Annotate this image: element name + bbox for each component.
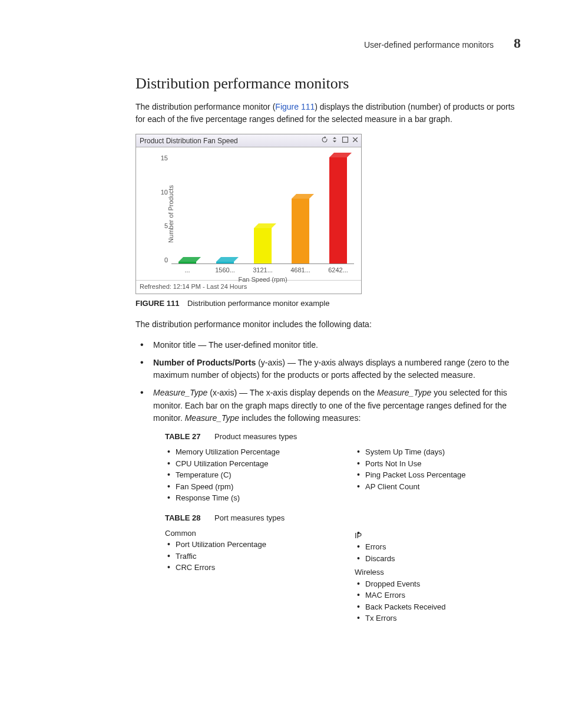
- measure-item: Temperature (C): [176, 469, 331, 481]
- y-tick: 0: [156, 256, 168, 263]
- widget-title: Product Distribution Fan Speed: [140, 137, 238, 145]
- table27-col2: System Up Time (days)Ports Not In UsePin…: [355, 446, 521, 506]
- bullet-text: includes the following measures:: [239, 413, 361, 423]
- measure-item: Tx Errors: [365, 612, 521, 624]
- measure-item: Back Packets Received: [365, 601, 521, 613]
- y-tick: 15: [156, 154, 168, 162]
- page-header: User-defined performance monitors 8: [41, 35, 521, 51]
- distribution-chart-widget: Product Distribution Fan Speed Number of…: [135, 134, 362, 294]
- data-items-list: Monitor title — The user-defined monitor…: [135, 339, 521, 627]
- page: User-defined performance monitors 8 Dist…: [0, 0, 562, 728]
- chart-bars: [171, 154, 354, 264]
- y-tick: 5: [156, 222, 168, 229]
- maximize-icon[interactable]: [342, 136, 349, 143]
- table27-col1: Memory Utilization PercentageCPU Utiliza…: [165, 446, 331, 506]
- widget-titlebar: Product Distribution Fan Speed: [136, 134, 361, 147]
- chart-bar: [285, 199, 316, 263]
- x-tick: 1560...: [209, 266, 241, 274]
- content: Distribution performance monitors The di…: [135, 75, 521, 627]
- close-icon[interactable]: [352, 136, 359, 143]
- table-name: Product measures types: [214, 432, 297, 441]
- measure-item: Port Utilization Percentage: [176, 539, 331, 551]
- measure-item: Discards: [365, 553, 521, 565]
- measure-item: Ports Not In Use: [365, 458, 521, 470]
- figure-caption-label: FIGURE 111: [135, 299, 179, 308]
- bullet-italic: Measure_Type: [153, 388, 207, 397]
- table28-content: Common Port Utilization PercentageTraffi…: [165, 528, 521, 627]
- bullet-text: (x-axis) — The x-axis display depends on…: [207, 388, 377, 397]
- intro-paragraph: The distribution performance monitor (Fi…: [135, 101, 521, 126]
- intro-before: The distribution performance monitor (: [135, 102, 275, 111]
- table27-title: TABLE 27 Product measures types: [165, 431, 521, 443]
- subhead-wireless: Wireless: [355, 566, 521, 578]
- x-tick: 3121...: [247, 266, 279, 274]
- measure-item: Errors: [365, 541, 521, 553]
- widget-icons: [320, 136, 359, 145]
- table28-col2: IP ErrorsDiscards Wireless Dropped Event…: [355, 528, 521, 627]
- table28-title: TABLE 28 Port measures types: [165, 512, 521, 524]
- table28-col1: Common Port Utilization PercentageTraffi…: [165, 528, 331, 627]
- measure-item: Traffic: [176, 551, 331, 562]
- x-tick: ...: [171, 266, 203, 274]
- bullet-italic: Measure_Type: [185, 413, 239, 423]
- measure-item: CRC Errors: [176, 562, 331, 574]
- page-title: Distribution performance monitors: [135, 75, 521, 93]
- measure-item: Dropped Events: [365, 578, 521, 590]
- measure-item: System Up Time (days): [365, 446, 521, 458]
- table27-content: Memory Utilization PercentageCPU Utiliza…: [165, 446, 521, 506]
- measure-item: CPU Utilization Percentage: [176, 458, 331, 470]
- measure-item: MAC Errors: [365, 589, 521, 601]
- figure-link[interactable]: Figure 111: [275, 102, 315, 111]
- bullet-bold: Number of Products/Ports: [153, 358, 256, 367]
- table-label: TABLE 28: [165, 513, 200, 522]
- y-tick: 10: [156, 189, 168, 196]
- measure-item: AP Client Count: [365, 481, 521, 493]
- list-item: Monitor title — The user-defined monitor…: [153, 339, 521, 352]
- header-section-title: User-defined performance monitors: [364, 40, 494, 50]
- chart-bar: [322, 157, 354, 263]
- measure-item: Response Time (s): [176, 492, 331, 504]
- svg-rect-0: [342, 137, 348, 143]
- figure-caption: FIGURE 111 Distribution performance moni…: [135, 299, 521, 308]
- bullet-text: Monitor title — The user-defined monitor…: [153, 340, 318, 350]
- list-item: Measure_Type (x-axis) — The x-axis displ…: [153, 387, 521, 627]
- subhead-common: Common: [165, 528, 331, 539]
- x-tick: 6242...: [322, 266, 354, 274]
- followup-paragraph: The distribution performance monitor inc…: [135, 318, 521, 331]
- list-item: Number of Products/Ports (y-axis) — The …: [153, 357, 521, 382]
- page-number: 8: [514, 35, 521, 51]
- bullet-italic: Measure_Type: [377, 388, 431, 397]
- chart-x-ticks: ...1560...3121...4681...6242...: [171, 264, 354, 274]
- chart-bar: [171, 262, 203, 263]
- subhead-ip: IP: [355, 530, 521, 542]
- chart-area: Number of Products 15 10 5 0 ...1560...3…: [136, 147, 361, 280]
- chart-x-axis-label: Fan Speed (rpm): [171, 274, 354, 283]
- chart-bar: [209, 262, 241, 263]
- measure-item: Fan Speed (rpm): [176, 481, 331, 493]
- table-name: Port measures types: [214, 513, 285, 522]
- measure-item: Ping Packet Loss Percentage: [365, 469, 521, 481]
- table-label: TABLE 27: [165, 432, 200, 441]
- expand-icon[interactable]: [331, 136, 338, 143]
- figure-caption-text: Distribution performance monitor example: [187, 299, 329, 308]
- chart-y-ticks: 15 10 5 0: [156, 154, 168, 263]
- refresh-icon[interactable]: [321, 136, 328, 143]
- x-tick: 4681...: [285, 266, 316, 274]
- measure-item: Memory Utilization Percentage: [176, 446, 331, 458]
- chart-bar: [247, 228, 279, 263]
